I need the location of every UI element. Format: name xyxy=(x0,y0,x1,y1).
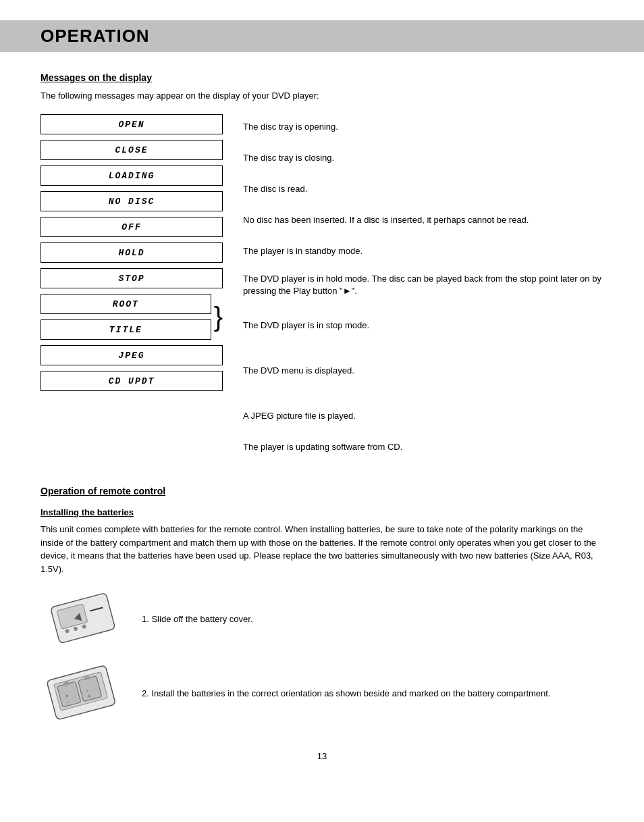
display-box-stop: STOP xyxy=(41,268,223,288)
battery-step1-section: 1. Slide off the battery cover. xyxy=(41,589,603,650)
messages-content: OPEN CLOSE LOADING NO DISC OFF HOLD STOP… xyxy=(41,114,603,465)
page-header: OPERATION xyxy=(0,20,644,52)
page-container: OPERATION Messages on the display The fo… xyxy=(0,0,644,802)
batteries-subtitle: Installing the batteries xyxy=(41,507,603,517)
page-title: OPERATION xyxy=(41,26,150,47)
battery-step1-text: 1. Slide off the battery cover. xyxy=(142,613,253,625)
display-box-title: TITLE xyxy=(41,319,211,340)
display-box-root: ROOT xyxy=(41,294,211,314)
display-box-open: OPEN xyxy=(41,114,223,134)
desc-off: The player is in standby mode. xyxy=(243,238,603,264)
desc-close: The disc tray is closing. xyxy=(243,145,603,171)
remote-section: Operation of remote control Installing t… xyxy=(41,486,603,724)
display-box-nodisc: NO DISC xyxy=(41,191,223,211)
battery-image-2: + - - + xyxy=(41,663,128,724)
desc-nodisc: No disc has been inserted. If a disc is … xyxy=(243,207,603,233)
descriptions-col: The disc tray is opening. The disc tray … xyxy=(236,114,603,465)
bracket-group: ROOT TITLE } xyxy=(41,294,223,340)
display-box-cdupdt: CD UPDT xyxy=(41,371,223,391)
battery-cover-svg xyxy=(41,589,128,646)
desc-stop: The DVD player is in stop mode. xyxy=(243,313,603,338)
battery-step2-text: 2. Install the batteries in the correct … xyxy=(142,688,551,700)
remote-section-title: Operation of remote control xyxy=(41,486,603,496)
battery-install-svg: + - - + xyxy=(41,663,128,721)
page-number: 13 xyxy=(41,751,603,761)
display-box-loading: LOADING xyxy=(41,165,223,186)
display-box-close: CLOSE xyxy=(41,140,223,160)
battery-step2-section: + - - + 2. Install the batteries in the … xyxy=(41,663,603,724)
desc-root-title: The DVD menu is displayed. xyxy=(243,344,603,398)
display-box-jpeg: JPEG xyxy=(41,345,223,365)
desc-open: The disc tray is opening. xyxy=(243,114,603,140)
messages-section-title: Messages on the display xyxy=(41,72,603,83)
desc-jpeg: A JPEG picture file is played. xyxy=(243,403,603,429)
root-title-boxes: ROOT TITLE xyxy=(41,294,211,340)
display-box-hold: HOLD xyxy=(41,242,223,263)
bracket-symbol: } xyxy=(211,294,223,340)
display-box-off: OFF xyxy=(41,217,223,237)
intro-text: The following messages may appear on the… xyxy=(41,90,603,102)
battery-image-1 xyxy=(41,589,128,650)
desc-hold: The DVD player is in hold mode. The disc… xyxy=(243,269,603,307)
desc-cdupdt: The player is updating software from CD. xyxy=(243,434,603,460)
display-boxes-col: OPEN CLOSE LOADING NO DISC OFF HOLD STOP… xyxy=(41,114,236,465)
batteries-paragraph: This unit comes complete with batteries … xyxy=(41,523,603,575)
desc-loading: The disc is read. xyxy=(243,176,603,202)
